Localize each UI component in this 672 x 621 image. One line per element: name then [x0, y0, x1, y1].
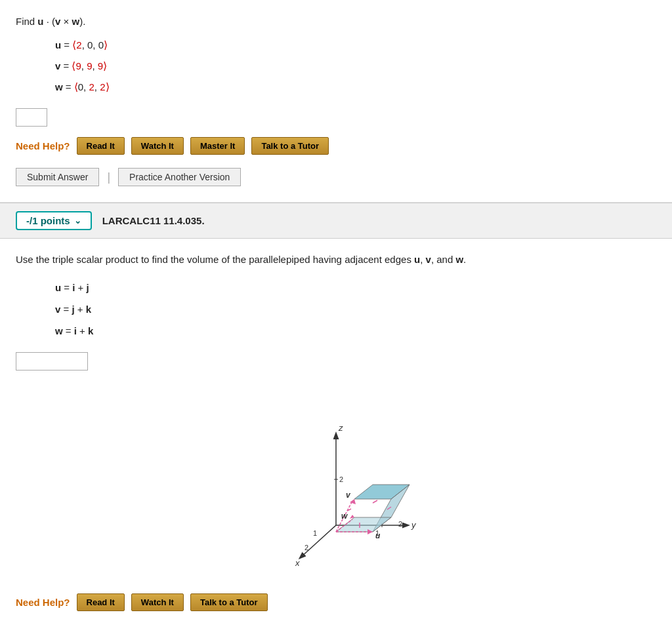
svg-text:2: 2 [304, 544, 308, 551]
need-help-label2: Need Help? [16, 597, 70, 608]
svg-line-23 [373, 500, 377, 503]
chevron-down-icon: ⌄ [74, 216, 81, 226]
svg-text:z: z [338, 423, 343, 433]
svg-text:2: 2 [398, 520, 402, 528]
read-it-button2[interactable]: Read It [77, 593, 125, 611]
svg-text:y: y [411, 520, 417, 530]
problem2-header: -/1 points ⌄ LARCALC11 11.4.035. [0, 203, 672, 239]
svg-text:v: v [346, 491, 351, 500]
points-badge[interactable]: -/1 points ⌄ [16, 211, 92, 230]
problem-id: LARCALC11 11.4.035. [102, 215, 205, 226]
problem2-instruction: Use the triple scalar product to find th… [16, 252, 656, 268]
watch-it-button1[interactable]: Watch It [131, 137, 184, 155]
problem1-vectors: u = ⟨2, 0, 0⟩ v = ⟨9, 9, 9⟩ w = ⟨0, 2, 2… [55, 35, 656, 98]
svg-text:x: x [295, 558, 300, 568]
master-it-button1[interactable]: Master It [190, 137, 245, 155]
problem1-section: Find u · (v × w). u = ⟨2, 0, 0⟩ v = ⟨9, … [0, 0, 672, 203]
talk-to-tutor-button1[interactable]: Talk to a Tutor [251, 137, 329, 155]
submit-row1: Submit Answer | Practice Another Version [16, 168, 656, 186]
svg-text:2: 2 [339, 475, 343, 483]
problem1-answer-input[interactable] [16, 108, 47, 127]
submit-answer-button[interactable]: Submit Answer [16, 168, 99, 186]
problem1-instruction: Find u · (v × w). [16, 16, 656, 27]
need-help-label1: Need Help? [16, 140, 70, 151]
need-help-row1: Need Help? Read It Watch It Master It Ta… [16, 137, 656, 155]
practice-another-button[interactable]: Practice Another Version [118, 168, 241, 186]
svg-text:w: w [341, 511, 348, 521]
problem2-section: Use the triple scalar product to find th… [0, 239, 672, 621]
read-it-button1[interactable]: Read It [77, 137, 125, 155]
parallelepiped-svg: x y z 2 [244, 394, 428, 578]
watch-it-button2[interactable]: Watch It [131, 593, 184, 611]
talk-to-tutor-button2[interactable]: Talk to a Tutor [190, 593, 268, 611]
svg-line-0 [300, 525, 336, 558]
parallelepiped-diagram: x y z 2 [16, 394, 656, 578]
svg-text:1: 1 [313, 529, 317, 537]
svg-text:1: 1 [375, 529, 379, 537]
problem2-vectors: u = i + j v = j + k w = i + k [55, 277, 656, 342]
problem2-answer-input[interactable] [16, 352, 88, 371]
need-help-row2: Need Help? Read It Watch It Talk to a Tu… [16, 593, 656, 621]
points-label: -/1 points [26, 215, 70, 226]
